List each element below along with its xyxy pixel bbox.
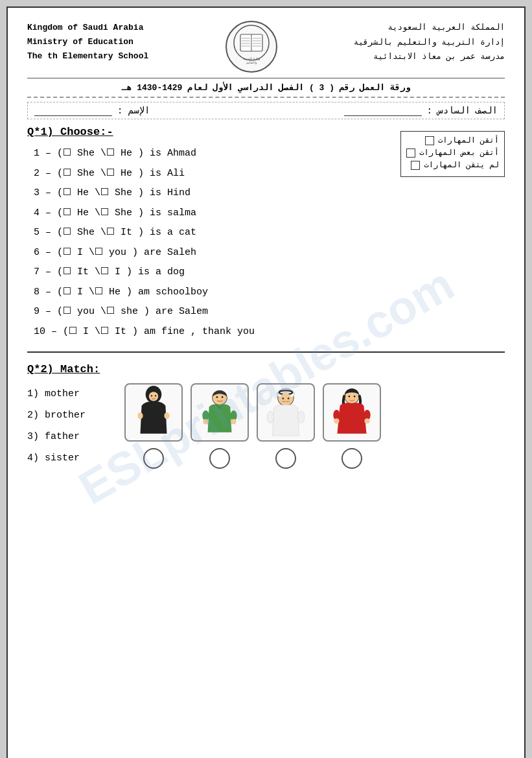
- checkbox[interactable]: [107, 169, 114, 176]
- logo-svg: وزارة التربية والتعليم: [233, 24, 270, 69]
- man-svg: [259, 386, 312, 439]
- class-label: الصف السادس :: [427, 105, 498, 116]
- checkbox[interactable]: [64, 287, 71, 294]
- svg-point-16: [151, 395, 152, 396]
- header-right-line2: إدارة التربية والتعليم بالشرقية: [354, 36, 505, 51]
- skill1-checkbox[interactable]: [425, 136, 434, 145]
- figure-boy: [191, 383, 249, 442]
- checkbox[interactable]: [64, 188, 71, 195]
- header-right-line1: المملكة العربية السعودية: [354, 21, 505, 36]
- svg-point-40: [334, 418, 339, 423]
- checkbox[interactable]: [64, 208, 71, 215]
- checkbox[interactable]: [107, 148, 114, 156]
- item-text: 10 – ( I \ It ) am fine , thank you: [34, 323, 255, 342]
- header-right: المملكة العربية السعودية إدارة التربية و…: [354, 21, 505, 65]
- item-text: 9 – ( you \ she ) are Salem: [34, 303, 208, 322]
- answer-circle-4[interactable]: [341, 448, 362, 469]
- svg-point-18: [137, 412, 143, 419]
- girl-svg: [325, 386, 378, 439]
- skill-row-3: لم يتقن المهارات: [406, 160, 499, 170]
- match-word-1: 1) mother: [27, 383, 105, 405]
- figure-woman: [124, 383, 183, 442]
- match-word-4: 4) sister: [27, 447, 105, 469]
- list-item: 7 – ( It \ I ) is a dog: [34, 263, 505, 282]
- svg-point-22: [222, 396, 224, 398]
- girl-frame: [323, 383, 381, 442]
- checkbox[interactable]: [64, 248, 71, 255]
- man-frame: [257, 383, 315, 442]
- skill2-checkbox[interactable]: [406, 148, 415, 158]
- match-words: 1) mother 2) brother 3) father 4) sister: [27, 383, 105, 469]
- header-line2: Ministry of Education: [27, 35, 148, 49]
- list-item: 6 – ( I \ you ) are Saleh: [34, 244, 505, 263]
- answer-circle-1[interactable]: [143, 448, 164, 469]
- svg-point-41: [364, 418, 369, 423]
- checkbox[interactable]: [95, 287, 102, 294]
- checkbox[interactable]: [107, 307, 114, 314]
- svg-point-36: [349, 396, 351, 397]
- item-text: 2 – ( She \ He ) is Ali: [34, 165, 185, 184]
- svg-point-34: [297, 411, 304, 423]
- q2-title: Q*2) Match:: [27, 363, 505, 375]
- skill-row-1: أتقن المهارات: [406, 136, 499, 145]
- checkbox[interactable]: [64, 228, 71, 235]
- q2-section: Q*2) Match: 1) mother 2) brother 3) fath…: [27, 363, 505, 469]
- divider-top: [27, 78, 505, 78]
- logo: وزارة التربية والتعليم: [226, 21, 277, 73]
- checkbox[interactable]: [64, 148, 71, 156]
- dotted-divider: [27, 97, 505, 98]
- list-item: 2 – ( She \ He ) is Ali: [34, 165, 387, 184]
- item-text: 6 – ( I \ you ) are Saleh: [34, 244, 196, 263]
- page: ESLprintables.com Kingdom of Saudi Arabi…: [6, 6, 526, 758]
- svg-text:والتعليم: والتعليم: [246, 60, 257, 65]
- class-section: الصف السادس :: [344, 105, 498, 116]
- answer-circle-2[interactable]: [209, 448, 230, 469]
- svg-point-17: [155, 395, 156, 396]
- header-right-line3: مدرسة عمر بن معاذ الابتدائية: [354, 50, 505, 65]
- svg-point-37: [354, 396, 356, 397]
- skill2-label: أتقن بعض المهارات: [419, 148, 499, 158]
- woman-svg: [127, 386, 180, 439]
- header-line1: Kingdom of Saudi Arabia: [27, 21, 148, 35]
- images-row: [124, 383, 381, 442]
- svg-point-21: [216, 396, 218, 398]
- match-images-area: [118, 383, 381, 469]
- name-line: [34, 105, 112, 116]
- svg-point-25: [203, 419, 208, 424]
- checkbox[interactable]: [101, 327, 108, 334]
- skill-row-2: أتقن بعض المهارات: [406, 148, 499, 158]
- answer-circle-3[interactable]: [275, 448, 296, 469]
- item-text: 3 – ( He \ She ) is Hind: [34, 184, 191, 203]
- match-word-2: 2) brother: [27, 405, 105, 426]
- svg-point-26: [231, 419, 236, 424]
- checkbox[interactable]: [64, 267, 71, 274]
- class-line: [344, 105, 422, 116]
- list-item: 4 – ( He \ She ) is salma: [34, 204, 505, 223]
- skill3-checkbox[interactable]: [411, 161, 420, 170]
- checkbox[interactable]: [64, 307, 71, 314]
- checkbox[interactable]: [64, 169, 71, 176]
- item-text: 8 – ( I \ He ) am schoolboy: [34, 283, 208, 302]
- match-word-3: 3) father: [27, 426, 105, 447]
- checkbox[interactable]: [107, 228, 114, 235]
- match-area: 1) mother 2) brother 3) father 4) sister: [27, 383, 505, 469]
- checkbox[interactable]: [69, 327, 76, 334]
- svg-point-19: [164, 412, 169, 419]
- item-text: 5 – ( She \ It ) is a cat: [34, 224, 196, 243]
- figure-girl: [323, 383, 381, 442]
- list-item: 8 – ( I \ He ) am schoolboy: [34, 283, 505, 302]
- checkbox[interactable]: [101, 208, 108, 215]
- header: Kingdom of Saudi Arabia Ministry of Educ…: [27, 21, 505, 73]
- header-left: Kingdom of Saudi Arabia Ministry of Educ…: [27, 21, 148, 64]
- name-section: الإسم :: [34, 105, 150, 116]
- svg-point-15: [149, 392, 158, 401]
- checkbox[interactable]: [101, 188, 108, 195]
- list-item: 1 – ( She \ He ) is Ahmad: [34, 145, 387, 163]
- checkbox[interactable]: [101, 267, 108, 274]
- item-text: 7 – ( It \ I ) is a dog: [34, 263, 185, 282]
- boy-svg: [193, 386, 246, 439]
- name-label: الإسم :: [117, 105, 150, 116]
- worksheet-title: ورقة العمل رقم ( 3 ) الفصل الدراسي الأول…: [27, 82, 505, 93]
- checkbox[interactable]: [95, 248, 102, 255]
- svg-point-33: [267, 411, 273, 423]
